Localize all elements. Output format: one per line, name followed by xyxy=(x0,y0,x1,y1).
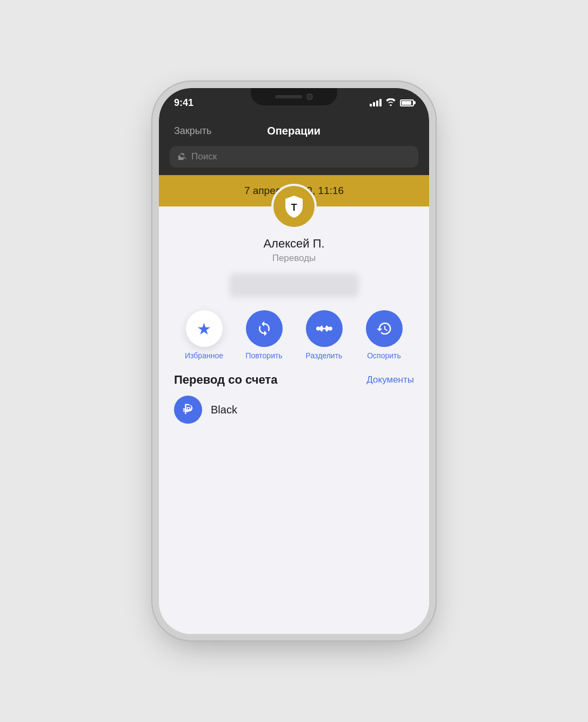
merchant-icon: T xyxy=(271,184,317,229)
notch xyxy=(251,88,337,105)
repeat-icon xyxy=(256,320,272,337)
search-bar-container: Поиск xyxy=(159,146,429,175)
status-bar: 9:41 xyxy=(159,88,429,117)
favorites-label: Избранное xyxy=(185,351,223,360)
search-icon xyxy=(178,151,187,162)
phone-screen: 9:41 xyxy=(159,88,429,634)
svg-text:₽: ₽ xyxy=(186,406,191,414)
notch-speaker xyxy=(275,95,302,98)
search-placeholder: Поиск xyxy=(191,151,217,162)
documents-link[interactable]: Документы xyxy=(366,375,414,385)
merchant-category: Переводы xyxy=(272,253,316,264)
star-icon: ★ xyxy=(197,319,211,338)
amount-blurred xyxy=(229,273,359,297)
phone-wrapper: 9:41 xyxy=(148,77,440,645)
ruble-icon: ₽ xyxy=(181,402,196,417)
actions-row: ★ Избранное Повторить xyxy=(159,299,429,373)
dispute-icon xyxy=(376,320,392,337)
nav-bar: Закрыть Операции xyxy=(159,117,429,146)
close-button[interactable]: Закрыть xyxy=(174,125,211,137)
action-split[interactable]: Разделить xyxy=(294,310,354,360)
action-favorites[interactable]: ★ Избранное xyxy=(174,310,234,360)
phone-frame: 9:41 xyxy=(159,88,429,634)
action-repeat[interactable]: Повторить xyxy=(234,310,294,360)
merchant-name: Алексей П. xyxy=(263,237,324,251)
section-title: Перевод со счета xyxy=(174,373,277,387)
repeat-icon-circle xyxy=(246,310,283,347)
split-icon-circle xyxy=(306,310,343,347)
svg-text:T: T xyxy=(291,202,297,213)
notch-camera xyxy=(306,93,313,100)
bottom-area xyxy=(159,424,429,634)
wifi-icon xyxy=(386,98,396,108)
merchant-area: T Алексей П. Переводы xyxy=(159,206,429,299)
split-label: Разделить xyxy=(306,351,343,360)
merchant-shield-icon: T xyxy=(281,193,307,219)
dispute-icon-circle xyxy=(366,310,403,347)
battery-icon xyxy=(400,99,414,106)
signal-bars-icon xyxy=(370,99,382,106)
status-icons xyxy=(370,98,414,108)
action-dispute[interactable]: Оспорить xyxy=(354,310,414,360)
nav-title: Операции xyxy=(267,125,320,137)
search-input-wrapper[interactable]: Поиск xyxy=(170,146,418,168)
account-icon: ₽ xyxy=(174,396,202,424)
favorites-icon-circle: ★ xyxy=(186,310,223,347)
split-icon xyxy=(316,320,332,337)
account-item[interactable]: ₽ Black xyxy=(159,396,429,424)
dispute-label: Оспорить xyxy=(367,351,401,360)
section-header: Перевод со счета Документы xyxy=(159,373,429,396)
repeat-label: Повторить xyxy=(245,351,282,360)
account-name: Black xyxy=(211,404,237,416)
